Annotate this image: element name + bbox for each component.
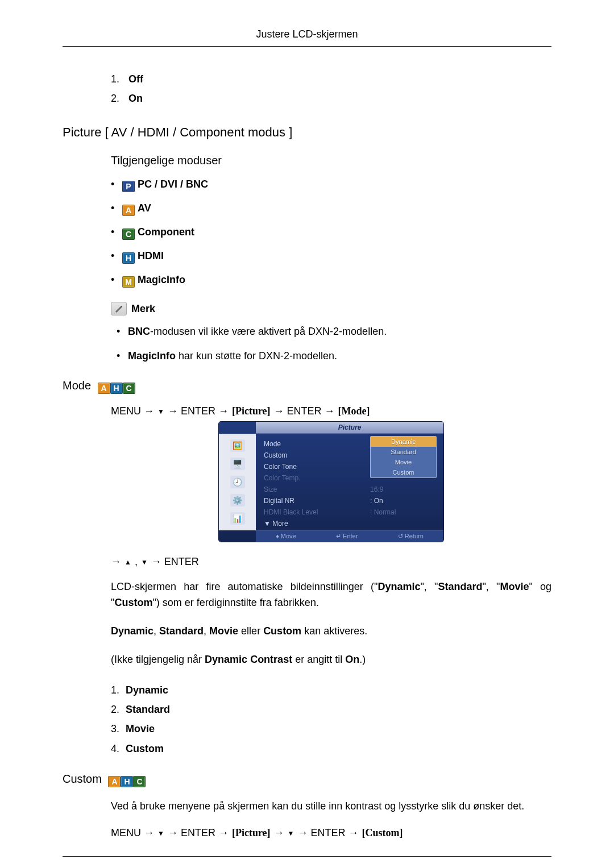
list-item: 2.Standard xyxy=(111,700,551,719)
nav-path-arrows: → , → ENTER xyxy=(111,556,551,568)
arrow-down-icon xyxy=(157,405,164,417)
arrow-down-icon xyxy=(157,827,164,839)
badge-p-icon: P xyxy=(122,181,135,192)
footer-rule xyxy=(63,856,551,857)
picture-modes-block: Tilgjengelige moduser P PC / DVI / BNC A… xyxy=(111,154,551,362)
note-item: MagicInfo har kun støtte for DXN-2-model… xyxy=(111,350,551,362)
header-rule xyxy=(63,46,551,47)
osd-option-standard: Standard xyxy=(371,447,436,457)
mode-description-3: (Ikke tilgjengelig når Dynamic Contrast … xyxy=(111,652,551,668)
badge-h-icon: H xyxy=(110,383,123,394)
arrow-down-icon xyxy=(288,827,294,839)
osd-footer: ♦ Move ↵ Enter ↺ Return xyxy=(256,530,443,542)
mode-label: PC / DVI / BNC xyxy=(138,178,208,190)
osd-menu: Mode: Custom Color Tone: Color Temp. Siz… xyxy=(256,434,443,530)
osd-clock-icon: 🕘 xyxy=(230,476,245,488)
picture-heading: Picture [ AV / HDMI / Component modus ] xyxy=(63,125,551,140)
nav-path-mode: MENU → → ENTER → [Picture] → ENTER → [Mo… xyxy=(111,405,551,417)
mode-item-av: A AV xyxy=(111,202,551,216)
osd-option-custom: Custom xyxy=(371,467,436,477)
osd-row-size: Size16:9 xyxy=(262,484,438,495)
modes-list: P PC / DVI / BNC A AV C Component H HDMI… xyxy=(111,178,551,288)
list-item: 2. On xyxy=(111,89,551,108)
osd-setup-icon: ⚙️ xyxy=(230,494,245,506)
badge-c-icon: C xyxy=(123,383,135,394)
osd-option-movie: Movie xyxy=(371,457,436,467)
mode-item-component: C Component xyxy=(111,226,551,240)
osd-sound-icon: 🖥️ xyxy=(230,458,245,470)
badge-a-icon: A xyxy=(108,776,121,787)
osd-row-more: ▼ More xyxy=(262,518,438,529)
page-header-title: Justere LCD-skjermen xyxy=(63,28,551,40)
custom-body: Ved å bruke menyene på skjermen kan du s… xyxy=(111,799,551,839)
mode-description-2: Dynamic, Standard, Movie eller Custom ka… xyxy=(111,624,551,639)
mode-item-hdmi: H HDMI xyxy=(111,250,551,264)
osd-picture-icon: 🖼️ xyxy=(230,439,245,452)
mode-enum-list: 1.Dynamic 2.Standard 3.Movie 4.Custom xyxy=(111,680,551,758)
osd-footer-move: ♦ Move xyxy=(276,533,296,540)
osd-footer-enter: ↵ Enter xyxy=(336,533,358,540)
top-numbered-list: 1. Off 2. On xyxy=(111,69,551,108)
mode-body: MENU → → ENTER → [Picture] → ENTER → [Mo… xyxy=(111,405,551,758)
mode-item-pc: P PC / DVI / BNC xyxy=(111,178,551,192)
osd-option-dynamic: Dynamic xyxy=(371,437,436,447)
list-item: 3.Movie xyxy=(111,719,551,738)
osd-multi-icon: 📊 xyxy=(230,512,245,525)
osd-row-digitalnr: Digital NR: On xyxy=(262,495,438,506)
arrow-down-icon xyxy=(141,556,148,568)
list-item: 1.Dynamic xyxy=(111,680,551,700)
mode-label: HDMI xyxy=(138,250,164,261)
custom-description: Ved å bruke menyene på skjermen kan du s… xyxy=(111,799,551,815)
list-item: 1. Off xyxy=(111,69,551,89)
note-row: Merk xyxy=(111,302,551,315)
page: Justere LCD-skjermen 1. Off 2. On Pictur… xyxy=(0,0,614,868)
note-pencil-icon xyxy=(111,302,127,315)
note-item: BNC-modusen vil ikke være aktivert på DX… xyxy=(111,326,551,338)
mode-description-1: LCD-skjermen har fire automatiske bildei… xyxy=(111,579,551,611)
badge-c-icon: C xyxy=(122,229,135,240)
mode-label: Component xyxy=(138,226,194,238)
mode-label: AV xyxy=(138,202,151,214)
badge-c-icon: C xyxy=(133,776,146,787)
mode-label: MagicInfo xyxy=(138,274,185,285)
badge-a-icon: A xyxy=(122,205,135,216)
osd-side-icons: 🖼️ 🖥️ 🕘 ⚙️ 📊 xyxy=(219,434,256,530)
mode-heading: Mode AHC xyxy=(63,379,551,394)
nav-path-custom: MENU → → ENTER → [Picture] → → ENTER → [… xyxy=(111,827,551,839)
mode-item-magicinfo: M MagicInfo xyxy=(111,274,551,288)
badge-h-icon: H xyxy=(121,776,133,787)
osd-footer-return: ↺ Return xyxy=(398,533,424,540)
osd-title: Picture xyxy=(256,422,443,434)
badge-h-icon: H xyxy=(122,252,135,264)
note-list: BNC-modusen vil ikke være aktivert på DX… xyxy=(111,326,551,362)
list-item: 4.Custom xyxy=(111,739,551,758)
arrow-up-icon xyxy=(125,556,131,568)
osd-screenshot: Picture 🖼️ 🖥️ 🕘 ⚙️ 📊 Mode: Custom Color … xyxy=(111,422,551,542)
badge-m-icon: M xyxy=(122,276,135,288)
custom-heading: Custom AHC xyxy=(63,773,551,787)
note-label: Merk xyxy=(131,303,155,315)
osd-row-hdmibl: HDMI Black Level: Normal xyxy=(262,506,438,518)
badge-a-icon: A xyxy=(98,383,110,394)
osd-options-popup: Dynamic Standard Movie Custom xyxy=(370,436,437,478)
modes-subheading: Tilgjengelige moduser xyxy=(111,154,551,167)
